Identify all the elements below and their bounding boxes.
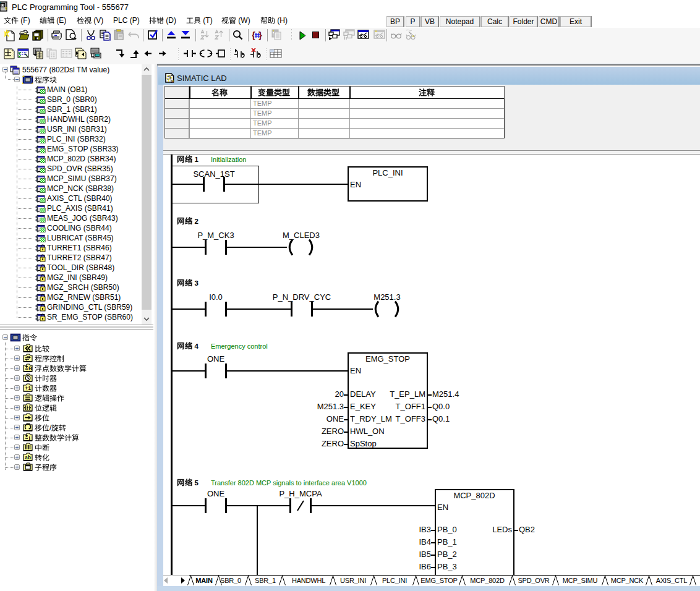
svg-text:+1: +1 (25, 385, 31, 391)
svg-text:R: R (28, 365, 32, 372)
svg-text:ab: ab (25, 454, 31, 461)
svg-text:I: I (29, 435, 31, 441)
svg-text:}: } (258, 30, 262, 40)
svg-text:{: { (252, 30, 255, 40)
